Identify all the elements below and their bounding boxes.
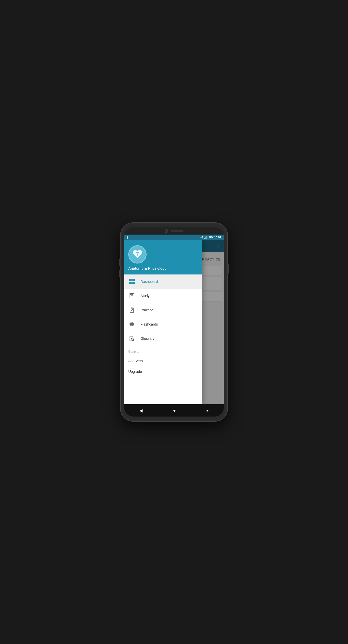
main-area: ⋮ PRACTICE NS AVG PER SARIES 37 xyxy=(124,240,224,404)
camera xyxy=(165,229,168,233)
sidebar-item-study-label: Study xyxy=(140,294,150,298)
svg-rect-14 xyxy=(130,323,134,326)
time-label: 10:52 xyxy=(214,236,221,239)
sidebar-item-practice[interactable]: Practice xyxy=(124,303,202,317)
svg-rect-1 xyxy=(205,237,206,239)
sidebar-item-dashboard-label: Dashboard xyxy=(140,280,158,284)
sidebar-item-flashcards-label: Flashcards xyxy=(140,322,158,326)
grid-icon xyxy=(129,279,135,284)
sidebar-item-dashboard[interactable]: Dashboard xyxy=(124,274,202,289)
general-item-upgrade[interactable]: Upgrade xyxy=(128,366,198,377)
search-book-icon xyxy=(129,336,135,341)
status-bar: ▌ 4G 10:52 xyxy=(124,235,224,240)
status-right: 4G 10:52 xyxy=(200,236,221,239)
app-avatar xyxy=(128,245,147,264)
app-version-label: App Version xyxy=(128,359,148,363)
home-button[interactable]: ● xyxy=(173,408,176,413)
svg-rect-8 xyxy=(129,279,132,281)
svg-rect-10 xyxy=(129,282,132,284)
svg-rect-6 xyxy=(209,237,211,238)
bottom-nav-bar: ◀ ● ■ xyxy=(124,404,224,417)
upgrade-label: Upgrade xyxy=(128,370,142,374)
phone-screen: ▌ 4G 10:52 xyxy=(124,227,224,417)
battery-icon xyxy=(209,236,213,239)
sidebar-item-study[interactable]: Study xyxy=(124,289,202,303)
sidebar-item-practice-label: Practice xyxy=(140,308,153,312)
signal-icon xyxy=(204,236,208,239)
signal-label: 4G xyxy=(200,236,203,239)
flashcards-icon xyxy=(128,321,135,328)
screen: ▌ 4G 10:52 xyxy=(124,235,224,417)
general-section-title: General xyxy=(128,350,198,354)
speaker xyxy=(171,230,183,232)
sidebar-item-glossary-label: Glossary xyxy=(140,336,154,341)
sidebar-item-glossary[interactable]: Glossary xyxy=(124,331,202,346)
drawer-header: Anatomy & Physiology xyxy=(124,240,202,274)
glossary-icon xyxy=(128,335,135,342)
practice-icon xyxy=(128,306,135,314)
svg-rect-5 xyxy=(212,237,213,238)
back-icon: ◀ xyxy=(139,408,143,413)
recent-button[interactable]: ■ xyxy=(206,408,208,412)
svg-rect-0 xyxy=(204,238,205,239)
study-icon xyxy=(128,292,135,299)
clipboard-check-icon xyxy=(129,307,135,313)
svg-rect-11 xyxy=(132,282,135,284)
home-icon: ● xyxy=(173,408,176,413)
svg-line-16 xyxy=(133,340,134,341)
svg-rect-9 xyxy=(132,279,135,281)
phone-device: ▌ 4G 10:52 xyxy=(121,223,227,421)
anatomy-icon xyxy=(131,248,144,261)
drawer-general-section: General App Version Upgrade xyxy=(124,346,202,379)
general-item-app-version[interactable]: App Version xyxy=(128,356,198,366)
phone-top-bar xyxy=(124,227,224,235)
sidebar-item-flashcards[interactable]: Flashcards xyxy=(124,317,202,331)
drawer-app-title: Anatomy & Physiology xyxy=(128,266,166,270)
svg-rect-2 xyxy=(207,236,207,239)
drawer-scrim[interactable] xyxy=(202,240,224,404)
drawer-nav: Dashboard xyxy=(124,274,202,346)
dashboard-icon xyxy=(128,278,135,285)
back-button[interactable]: ◀ xyxy=(139,408,143,413)
cards-icon xyxy=(129,321,135,327)
book-icon xyxy=(129,293,135,299)
status-left: ▌ xyxy=(127,236,129,239)
svg-rect-12 xyxy=(131,308,133,309)
navigation-drawer: Anatomy & Physiology xyxy=(124,240,202,404)
svg-rect-3 xyxy=(208,236,208,239)
sim-icon: ▌ xyxy=(127,236,129,239)
recent-icon: ■ xyxy=(206,408,208,412)
